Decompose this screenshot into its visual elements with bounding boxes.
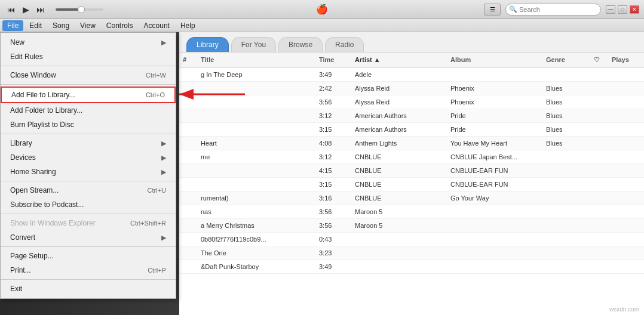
cell-heart	[590, 262, 608, 271]
minimize-button[interactable]: —	[606, 5, 615, 14]
menu-shortcut: ▶	[161, 168, 166, 176]
menu-separator	[1, 134, 176, 134]
menu-shortcut: ▶	[161, 154, 166, 162]
cell-title	[197, 84, 315, 93]
table-row[interactable]: 3:56 Alyssa Reid Phoenix Blues	[179, 95, 644, 109]
cell-plays	[608, 84, 644, 93]
forward-button[interactable]: ⏭	[34, 4, 47, 16]
col-header-title[interactable]: Title	[197, 55, 315, 65]
col-header-genre[interactable]: Genre	[542, 55, 590, 65]
menu-item-exit[interactable]: Exit	[1, 282, 176, 296]
cell-album: CNBLUE-EAR FUN	[447, 166, 542, 175]
cell-artist: American Authors	[351, 111, 447, 121]
menu-item-burn-playlist[interactable]: Burn Playlist to Disc	[1, 118, 176, 132]
table-row[interactable]: rumental) 3:16 CNBLUE Go Your Way	[179, 192, 644, 205]
table-row[interactable]: me 3:12 CNBLUE CNBLUE Japan Best...	[179, 150, 644, 164]
menu-item-add-file[interactable]: Add File to Library... Ctrl+O	[1, 87, 176, 103]
table-row[interactable]: 2:42 Alyssa Reid Phoenix Blues	[179, 82, 644, 95]
menu-shortcut: Ctrl+P	[148, 267, 166, 274]
menu-item-home-sharing[interactable]: Home Sharing ▶	[1, 165, 176, 179]
cell-genre: Blues	[542, 84, 590, 93]
cell-album	[447, 262, 542, 271]
menu-item-library[interactable]: Library ▶	[1, 136, 176, 150]
cell-time: 3:56	[315, 207, 351, 217]
cell-num	[179, 111, 197, 121]
col-header-num[interactable]: #	[179, 55, 197, 65]
menu-view[interactable]: View	[75, 20, 100, 31]
cell-num	[179, 193, 197, 203]
table-row[interactable]: 4:15 CNBLUE CNBLUE-EAR FUN	[179, 164, 644, 178]
cell-num	[179, 248, 197, 258]
tab-for-you[interactable]: For You	[231, 37, 276, 52]
menu-item-print[interactable]: Print... Ctrl+P	[1, 263, 176, 277]
menu-help[interactable]: Help	[176, 20, 200, 31]
col-header-plays[interactable]: Plays	[608, 55, 644, 65]
table-row[interactable]: &Daft Punk-Starboy 3:49	[179, 260, 644, 274]
menu-edit[interactable]: Edit	[24, 20, 47, 31]
table-row[interactable]: 3:15 American Authors Pride Blues	[179, 123, 644, 137]
cell-plays	[608, 248, 644, 258]
list-view-button[interactable]: ☰	[484, 4, 501, 16]
menu-song[interactable]: Song	[48, 20, 74, 31]
menu-item-edit-rules[interactable]: Edit Rules	[1, 50, 176, 64]
volume-slider[interactable]	[56, 8, 103, 11]
cell-heart	[590, 166, 608, 175]
cell-title: nas	[197, 207, 315, 217]
col-header-album[interactable]: Album	[447, 55, 542, 65]
menu-separator	[1, 279, 176, 280]
cell-heart	[590, 152, 608, 162]
menu-label: Burn Playlist to Disc	[10, 121, 74, 129]
menu-item-page-setup[interactable]: Page Setup...	[1, 249, 176, 263]
dropdown-menu: New ▶Edit Rules Close Window Ctrl+WAdd F…	[0, 32, 176, 299]
menu-controls[interactable]: Controls	[102, 20, 138, 31]
rewind-button[interactable]: ⏮	[5, 4, 18, 16]
maximize-button[interactable]: □	[618, 5, 627, 14]
table-row[interactable]: nas 3:56 Maroon 5	[179, 205, 644, 219]
menu-account[interactable]: Account	[139, 20, 174, 31]
table-row[interactable]: 0b80f2f776f119c0b9... 0:43	[179, 233, 644, 246]
menu-label: Open Stream...	[10, 186, 59, 194]
col-header-heart[interactable]: ♡	[590, 55, 608, 65]
tab-radio[interactable]: Radio	[325, 37, 364, 52]
menu-label: Library	[10, 139, 32, 147]
table-row[interactable]: 3:12 American Authors Pride Blues	[179, 109, 644, 123]
table-row[interactable]: a Merry Christmas 3:56 Maroon 5	[179, 219, 644, 233]
menu-file[interactable]: File	[2, 20, 23, 31]
menu-item-devices[interactable]: Devices ▶	[1, 150, 176, 165]
cell-time: 4:15	[315, 166, 351, 175]
cell-artist: Alyssa Reid	[351, 97, 447, 107]
search-input[interactable]	[505, 4, 601, 16]
volume-handle[interactable]	[78, 6, 85, 13]
cell-heart	[590, 221, 608, 230]
cell-title	[197, 97, 315, 107]
close-button[interactable]: ✕	[630, 5, 639, 14]
cell-num	[179, 221, 197, 230]
menu-item-add-folder[interactable]: Add Folder to Library...	[1, 103, 176, 118]
col-header-time[interactable]: Time	[315, 55, 351, 65]
cell-plays	[608, 166, 644, 175]
transport-controls: ⏮ ▶ ⏭	[5, 4, 103, 16]
cell-num	[179, 234, 197, 244]
table-row[interactable]: 3:15 CNBLUE CNBLUE-EAR FUN	[179, 178, 644, 192]
menu-item-new[interactable]: New ▶	[1, 35, 176, 50]
col-header-artist[interactable]: Artist ▲	[351, 55, 447, 65]
tab-browse[interactable]: Browse	[278, 37, 323, 52]
title-bar: ⏮ ▶ ⏭ 🍎 ☰ 🔍 — □ ✕	[0, 0, 644, 19]
play-button[interactable]: ▶	[20, 4, 32, 16]
table-row[interactable]: Heart 4:08 Anthem Lights You Have My Hea…	[179, 137, 644, 150]
menu-item-convert[interactable]: Convert ▶	[1, 230, 176, 245]
table-row[interactable]: g In The Deep 3:49 Adele	[179, 68, 644, 82]
menu-item-open-stream[interactable]: Open Stream... Ctrl+U	[1, 183, 176, 197]
cell-genre	[542, 152, 590, 162]
menu-item-close-window[interactable]: Close Window Ctrl+W	[1, 68, 176, 82]
cell-genre	[542, 262, 590, 271]
cell-num	[179, 97, 197, 107]
apple-logo: 🍎	[316, 4, 328, 15]
tab-library[interactable]: Library	[186, 37, 229, 52]
menu-item-subscribe-podcast[interactable]: Subscribe to Podcast...	[1, 197, 176, 212]
cell-time: 3:15	[315, 125, 351, 134]
cell-genre	[542, 248, 590, 258]
table-row[interactable]: The One 3:23	[179, 246, 644, 260]
menu-label: Page Setup...	[10, 252, 54, 260]
menu-label: Add File to Library...	[11, 91, 75, 99]
